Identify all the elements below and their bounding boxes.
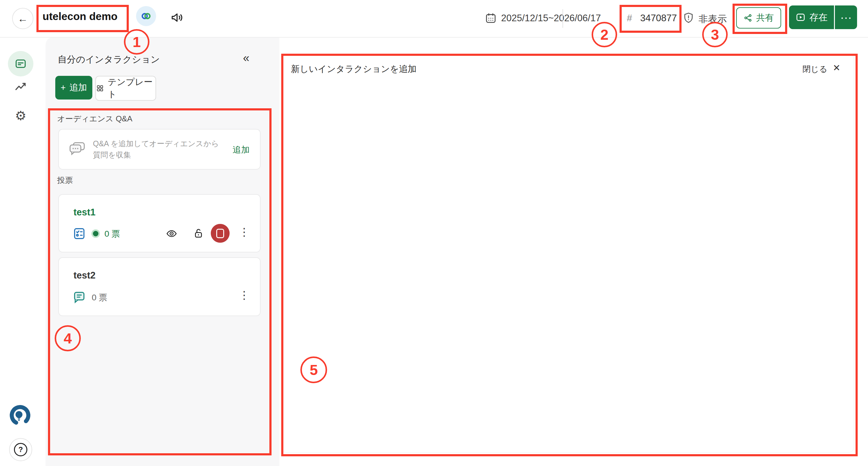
modal-title: 新しいインタラクションを追加 (291, 63, 416, 75)
close-label[interactable]: 閉じる (802, 64, 827, 75)
qa-add-link[interactable]: 追加 (232, 144, 250, 156)
trend-icon (14, 80, 27, 94)
qa-section-label: オーディエンス Q&A (57, 113, 132, 124)
interaction-item-test1[interactable]: test1 0 票 ⋮ (58, 194, 260, 253)
announcement-button[interactable] (170, 10, 185, 25)
voting-code[interactable]: 3470877 (640, 13, 677, 24)
back-icon: ← (18, 13, 28, 25)
plus-icon: + (61, 83, 66, 93)
more-actions-button[interactable]: … (835, 5, 857, 29)
unlock-icon[interactable] (192, 228, 204, 239)
add-interaction-modal (281, 54, 854, 453)
utelecon-logo (7, 402, 33, 429)
eye-icon[interactable] (166, 228, 177, 239)
presentation-title[interactable]: utelecon demo (42, 7, 122, 26)
nav-settings[interactable]: ⚙ (14, 109, 27, 123)
shield-alert-icon[interactable] (682, 11, 695, 24)
qa-hint-text: Q&A を追加してオーディエンスから質問を収集 (93, 138, 223, 161)
share-button[interactable]: 共有 (736, 7, 781, 29)
vote-count: 0 票 (92, 292, 107, 303)
present-play-icon (796, 12, 806, 23)
panel-title: 自分のインタラクション (58, 54, 160, 66)
note-card-icon (14, 57, 27, 70)
grid-icon (96, 84, 104, 93)
checklist-icon (72, 227, 86, 241)
present-label: 存在 (809, 11, 828, 24)
more-icon: … (840, 11, 852, 23)
close-button[interactable]: ✕ (833, 63, 840, 73)
hidden-toggle[interactable]: 非表示 (699, 13, 727, 26)
live-status-dot (93, 231, 98, 236)
calendar-icon (485, 12, 497, 24)
interaction-item-test2[interactable]: test2 0 票 ⋮ (58, 257, 260, 316)
gear-icon: ⚙ (15, 109, 26, 123)
template-button[interactable]: テンプレート (95, 76, 156, 101)
left-icon-rail: ⚙ ? (0, 37, 45, 466)
close-icon: ✕ (833, 63, 840, 73)
main-area: 新しいインタラクションを追加 閉じる ✕ (279, 37, 868, 466)
top-bar: ← utelecon demo 2025/12/15 (0, 0, 868, 38)
item-menu-button[interactable]: ⋮ (239, 226, 250, 238)
date-range[interactable]: 2025/12/15~2026/06/17 (501, 13, 601, 24)
present-button[interactable]: 存在 (789, 5, 834, 29)
interaction-name: test1 (73, 207, 95, 218)
nav-interactions-active[interactable] (8, 51, 33, 76)
interaction-name: test2 (73, 270, 95, 281)
back-button[interactable]: ← (12, 8, 33, 29)
webex-logo-icon (140, 10, 152, 22)
interactions-panel: 自分のインタラクション « +追加 テンプレート オーディエンス Q&A Q&A… (45, 37, 279, 466)
stop-icon (216, 229, 224, 238)
kebab-icon: ⋮ (239, 226, 250, 238)
share-label: 共有 (756, 12, 774, 24)
share-nodes-icon (743, 13, 752, 23)
app-window: ← utelecon demo 2025/12/15 (0, 0, 868, 466)
question-mark-icon: ? (14, 443, 27, 456)
qa-hint-card[interactable]: Q&A を追加してオーディエンスから質問を収集 追加 (58, 129, 260, 170)
open-text-icon (72, 290, 86, 304)
qa-chat-bubbles-icon (69, 141, 86, 156)
webex-integration-icon[interactable] (136, 6, 156, 26)
nav-results-trend[interactable] (14, 80, 27, 94)
kebab-icon: ⋮ (239, 289, 250, 301)
stop-button[interactable] (211, 224, 229, 243)
add-interaction-button[interactable]: +追加 (55, 76, 92, 100)
item-menu-button[interactable]: ⋮ (239, 289, 250, 302)
megaphone-icon (170, 10, 185, 25)
vote-section-label: 投票 (57, 175, 73, 186)
collapse-panel-button[interactable]: « (243, 52, 249, 65)
help-button[interactable]: ? (9, 438, 32, 461)
vote-count: 0 票 (104, 228, 120, 240)
collapse-icon: « (243, 52, 249, 64)
hash-icon: # (627, 13, 632, 24)
header-divider (562, 9, 563, 28)
